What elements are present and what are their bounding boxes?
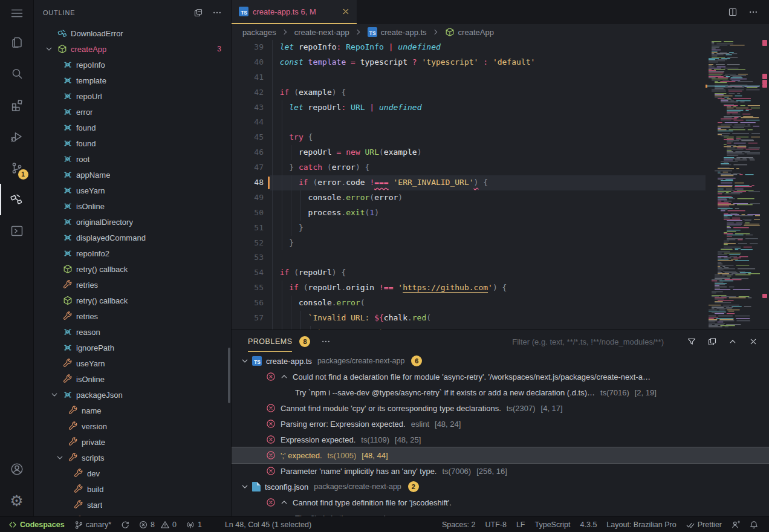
open-in-editor-icon[interactable] (707, 337, 717, 346)
status-item-ln-48-col-45-1-selected-[interactable]: Ln 48, Col 45 (1 selected) (220, 517, 316, 532)
line-number[interactable]: 47 (232, 160, 270, 175)
line-number[interactable]: 39 (232, 40, 270, 55)
activity-item-explorer[interactable] (0, 27, 34, 58)
outline-item-root[interactable]: root (34, 151, 231, 167)
line-number[interactable]: 40 (232, 55, 270, 70)
line-number[interactable]: 48 (232, 175, 270, 190)
chevron-up-icon[interactable] (279, 372, 291, 381)
problems-related-row[interactable]: The file is in the program because: (232, 510, 769, 516)
panel-more-tabs-icon[interactable] (321, 337, 331, 346)
activity-item-hierarchy[interactable] (0, 184, 34, 215)
outline-item-useyarn[interactable]: useYarn (34, 183, 231, 198)
editor-more-icon[interactable] (748, 7, 758, 17)
activity-item-search[interactable] (0, 58, 34, 89)
code-line[interactable] (270, 115, 706, 130)
tab-create-app-ts[interactable]: TS create-app.ts 6, M (232, 0, 357, 24)
status-item-typescript[interactable]: TypeScript (530, 517, 575, 532)
status-item-utf-8[interactable]: UTF-8 (480, 517, 511, 532)
code-line[interactable]: let repoInfo: RepoInfo | undefined (270, 40, 706, 55)
outline-item-packagejson[interactable]: packageJson (34, 387, 231, 403)
code-line[interactable]: `"${example}"` (270, 326, 706, 329)
status-item-spaces-2[interactable]: Spaces: 2 (437, 517, 481, 532)
line-number[interactable]: 55 (232, 281, 270, 296)
outline-item-displayedcommand[interactable]: displayedCommand (34, 230, 231, 245)
breadcrumb-item-create-app-ts[interactable]: TScreate-app.ts (368, 27, 427, 37)
outline-item-found[interactable]: found (34, 135, 231, 151)
chevron-up-icon[interactable] (279, 498, 291, 507)
status-item-1[interactable]: 1 (181, 517, 207, 532)
breadcrumb-item-createapp[interactable]: createApp (445, 27, 494, 37)
activity-item-source-control[interactable]: 1 (0, 152, 34, 184)
problems-error-row[interactable]: Cannot find module 'cpy' or its correspo… (232, 400, 769, 416)
filter-icon[interactable] (687, 337, 696, 346)
outline-item-retries[interactable]: retries (34, 277, 231, 293)
activity-item-settings[interactable]: ⚙ (0, 485, 34, 516)
status-item-4-3-5[interactable]: 4.3.5 (576, 517, 602, 532)
breadcrumb-item-packages[interactable]: packages (242, 28, 276, 37)
problems-error-row[interactable]: ';' expected.ts(1005)[48, 44] (232, 447, 769, 463)
line-number[interactable]: 44 (232, 115, 270, 130)
line-number[interactable]: 57 (232, 311, 270, 326)
problems-file-row[interactable]: tsconfig.jsonpackages/create-next-app2 (232, 479, 769, 495)
status-item-prettier[interactable]: Prettier (681, 517, 727, 532)
line-number[interactable]: 49 (232, 190, 270, 206)
tab-close-icon[interactable] (341, 7, 351, 16)
line-number[interactable]: 42 (232, 85, 270, 100)
chevron-down-icon[interactable] (44, 44, 57, 54)
line-number[interactable]: 58 (232, 326, 270, 329)
split-editor-icon[interactable] (728, 7, 738, 17)
line-number[interactable]: 54 (232, 265, 270, 281)
activity-item-terminal[interactable] (0, 215, 34, 247)
outline-item-appname[interactable]: appName (34, 167, 231, 183)
code-line[interactable]: } (270, 236, 706, 251)
code-line[interactable]: } catch (error) { (270, 160, 706, 175)
code-line[interactable]: `Invalid URL: ${chalk.red( (270, 311, 706, 326)
outline-item-originaldirectory[interactable]: originalDirectory (34, 214, 231, 230)
chevron-down-icon[interactable] (240, 356, 252, 366)
problems-related-row[interactable]: Try `npm i --save-dev @types/async-retry… (232, 384, 769, 400)
code-line[interactable]: if (repoUrl.origin !== 'https://github.c… (270, 281, 706, 296)
status-item-0[interactable]: 0 (160, 517, 181, 532)
line-number[interactable]: 56 (232, 296, 270, 311)
chevron-down-icon[interactable] (50, 390, 63, 400)
problems-error-row[interactable]: Parameter 'name' implicitly has an 'any'… (232, 463, 769, 479)
outline-item-reason[interactable]: reason (34, 324, 231, 340)
code-line[interactable]: const template = typescript ? 'typescrip… (270, 55, 706, 70)
chevron-down-icon[interactable] (240, 482, 252, 491)
line-number[interactable]: 50 (232, 206, 270, 221)
outline-item-build[interactable]: build (34, 481, 231, 497)
status-item-codespaces[interactable]: Codespaces (4, 517, 70, 532)
activity-item-run-debug[interactable] (0, 121, 34, 152)
code-line[interactable]: } (270, 221, 706, 236)
line-number[interactable]: 45 (232, 130, 270, 145)
activity-item-account[interactable] (0, 453, 34, 485)
problems-filter-input[interactable] (476, 337, 665, 347)
close-panel-icon[interactable] (748, 337, 758, 346)
status-item-bell[interactable] (745, 517, 763, 532)
code-line[interactable]: console.error(error) (270, 190, 706, 206)
outline-item-repourl[interactable]: repoUrl (34, 88, 231, 104)
outline-item-scripts[interactable]: scripts (34, 450, 231, 465)
problems-error-row[interactable]: Cannot find type definition file for 'js… (232, 495, 769, 510)
outline-item-downloaderror[interactable]: DownloadError (34, 25, 231, 41)
minimap[interactable] (706, 40, 769, 329)
line-number[interactable]: 46 (232, 145, 270, 160)
problems-error-row[interactable]: Parsing error: Expression expected.eslin… (232, 416, 769, 432)
outline-item-error[interactable]: error (34, 104, 231, 120)
outline-item-isonline[interactable]: isOnline (34, 371, 231, 387)
code-line[interactable]: repoUrl = new URL(example) (270, 145, 706, 160)
code-line[interactable]: if (repoUrl) { (270, 265, 706, 281)
outline-item-repoinfo2[interactable]: repoInfo2 (34, 245, 231, 261)
line-number[interactable]: 53 (232, 250, 270, 265)
chevron-down-icon[interactable] (55, 453, 68, 462)
code-line[interactable]: if (error.code !=== 'ERR_INVALID_URL') { (270, 175, 706, 190)
activity-item-menu[interactable] (0, 0, 34, 27)
code-line[interactable]: process.exit(1) (270, 206, 706, 221)
outline-more-icon[interactable] (212, 8, 222, 18)
problems-error-row[interactable]: Expression expected.ts(1109)[48, 25] (232, 432, 769, 447)
problems-error-row[interactable]: Could not find a declaration file for mo… (232, 369, 769, 384)
code-line[interactable]: try { (270, 130, 706, 145)
code-line[interactable]: console.error( (270, 296, 706, 311)
outline-item-retry-callback[interactable]: retry() callback (34, 261, 231, 277)
status-item-canary-[interactable]: canary* (70, 517, 116, 532)
